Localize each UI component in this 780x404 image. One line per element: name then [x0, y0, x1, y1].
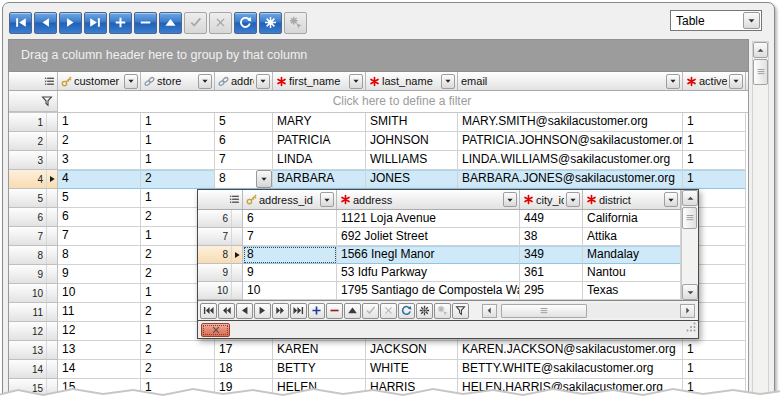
cell-address[interactable]: 8 — [215, 170, 273, 189]
prior-record-button[interactable] — [236, 303, 253, 319]
first_name-column-header[interactable]: first_name — [273, 72, 366, 90]
cell-customer[interactable]: 4 — [58, 170, 141, 189]
cell-first_name[interactable]: BETTY — [273, 360, 366, 379]
cell-email[interactable]: PATRICIA.JOHNSON@sakilacustomer.org — [458, 132, 683, 151]
first-record-button[interactable] — [9, 12, 32, 34]
scrollbar-thumb[interactable] — [753, 59, 768, 85]
cell-active[interactable]: 1 — [683, 132, 746, 151]
address_id-filter-dropdown[interactable] — [320, 192, 334, 207]
row-indicator[interactable]: 3 — [9, 151, 58, 170]
store-column-header[interactable]: store — [141, 72, 215, 90]
row-indicator[interactable]: 4 — [9, 170, 58, 189]
row-indicator[interactable]: 6 — [198, 210, 243, 228]
row-indicator[interactable]: 2 — [9, 132, 58, 151]
cell-city_id[interactable]: 295 — [520, 282, 583, 300]
cell-active[interactable]: 1 — [683, 360, 746, 379]
close-dropdown-button[interactable] — [201, 323, 230, 337]
cell-address[interactable]: 1566 Inegl Manor — [337, 246, 520, 264]
cell-last_name[interactable]: JOHNSON — [366, 132, 458, 151]
cell-first_name[interactable]: LINDA — [273, 151, 366, 170]
vertical-scrollbar[interactable] — [752, 41, 769, 404]
cell-customer[interactable]: 12 — [58, 322, 141, 341]
city_id-column-header[interactable]: city_id — [520, 190, 583, 209]
address-filter-dropdown[interactable] — [256, 74, 270, 89]
cell-city_id[interactable]: 38 — [520, 228, 583, 246]
cell-active[interactable]: 1 — [683, 170, 746, 189]
filter-row[interactable]: Click here to define a filter — [9, 91, 748, 113]
row-indicator[interactable]: 5 — [9, 189, 58, 208]
row-indicator[interactable]: 8 — [9, 246, 58, 265]
cell-email[interactable]: KAREN.JACKSON@sakilacustomer.org — [458, 341, 683, 360]
cell-district[interactable]: Attika — [583, 228, 681, 246]
row-indicator[interactable]: 7 — [198, 228, 243, 246]
save-bookmark-button[interactable] — [416, 303, 433, 319]
group-by-panel[interactable]: Drag a column header here to group by th… — [8, 39, 749, 72]
insert-record-button[interactable] — [109, 12, 132, 34]
cell-address_id[interactable]: 9 — [243, 264, 337, 282]
cell-customer[interactable]: 3 — [58, 151, 141, 170]
last_name-column-header[interactable]: last_name — [366, 72, 458, 90]
dropdown-row[interactable]: 661121 Loja Avenue449California — [198, 210, 698, 228]
refresh-records-button[interactable] — [398, 303, 415, 319]
cell-first_name[interactable]: MARY — [273, 113, 366, 132]
edit-record-button[interactable] — [344, 303, 361, 319]
cell-city_id[interactable]: 361 — [520, 264, 583, 282]
last-record-button[interactable] — [84, 12, 107, 34]
resize-grip[interactable] — [685, 319, 697, 337]
cell-customer[interactable]: 10 — [58, 284, 141, 303]
table-row[interactable]: 1115MARYSMITHMARY.SMITH@sakilacustomer.o… — [9, 113, 748, 132]
row-indicator[interactable]: 10 — [198, 282, 243, 300]
row-indicator[interactable]: 10 — [9, 284, 58, 303]
customer-column-header[interactable]: customer — [58, 72, 141, 90]
cell-district[interactable]: Nantou — [583, 264, 681, 282]
cell-active[interactable]: 1 — [683, 113, 746, 132]
cell-address[interactable]: 53 Idfu Parkway — [337, 264, 520, 282]
cell-active[interactable]: 1 — [683, 341, 746, 360]
filter-records-button[interactable] — [452, 303, 469, 319]
cell-first_name[interactable]: PATRICIA — [273, 132, 366, 151]
scrollbar-thumb[interactable] — [682, 207, 697, 229]
cell-customer[interactable]: 7 — [58, 227, 141, 246]
cell-customer[interactable]: 5 — [58, 189, 141, 208]
cell-customer[interactable]: 14 — [58, 360, 141, 379]
cell-customer[interactable]: 8 — [58, 246, 141, 265]
cell-customer[interactable]: 13 — [58, 341, 141, 360]
view-mode-select[interactable]: Table — [670, 10, 762, 31]
insert-record-button[interactable] — [308, 303, 325, 319]
scrollbar-thumb[interactable] — [501, 304, 587, 318]
row-indicator[interactable]: 14 — [9, 360, 58, 379]
store-filter-dropdown[interactable] — [198, 74, 212, 89]
dropdown-row[interactable]: 10101795 Santiago de Compostela Way295Te… — [198, 282, 698, 300]
scrollbar-left-button[interactable] — [482, 304, 497, 318]
scrollbar-up-button[interactable] — [753, 42, 768, 58]
row-indicator[interactable]: 12 — [9, 322, 58, 341]
row-indicator[interactable]: 13 — [9, 341, 58, 360]
cell-first_name[interactable]: KAREN — [273, 341, 366, 360]
cell-customer[interactable]: 2 — [58, 132, 141, 151]
address-column-header[interactable]: address — [337, 190, 520, 209]
email-column-header[interactable]: email — [458, 72, 683, 90]
scrollbar-down-button[interactable] — [682, 284, 698, 300]
cell-address[interactable]: 18 — [215, 360, 273, 379]
cell-last_name[interactable]: JONES — [366, 170, 458, 189]
table-row[interactable]: 1313217KARENJACKSONKAREN.JACKSON@sakilac… — [9, 341, 748, 360]
cell-last_name[interactable]: WILLIAMS — [366, 151, 458, 170]
cell-address_id[interactable]: 6 — [243, 210, 337, 228]
dropdown-vertical-scrollbar[interactable] — [681, 190, 698, 300]
cell-store[interactable]: 1 — [141, 113, 215, 132]
active-column-header[interactable]: active — [683, 72, 746, 90]
cell-address[interactable]: 1795 Santiago de Compostela Way — [337, 282, 520, 300]
dropdown-row[interactable]: 881566 Inegl Manor349Mandalay — [198, 246, 698, 264]
city_id-filter-dropdown[interactable] — [566, 192, 580, 207]
cell-address[interactable]: 1121 Loja Avenue — [337, 210, 520, 228]
cell-store[interactable]: 2 — [141, 341, 215, 360]
next-page-button[interactable] — [272, 303, 289, 319]
chevron-down-icon[interactable] — [743, 12, 760, 29]
table-row[interactable]: 3317LINDAWILLIAMSLINDA.WILLIAMS@sakilacu… — [9, 151, 748, 170]
cell-address[interactable]: 5 — [215, 113, 273, 132]
table-row[interactable]: 2216PATRICIAJOHNSONPATRICIA.JOHNSON@saki… — [9, 132, 748, 151]
address-column-header[interactable]: address — [215, 72, 273, 90]
cell-address[interactable]: 692 Joliet Street — [337, 228, 520, 246]
row-indicator[interactable]: 11 — [9, 303, 58, 322]
next-record-button[interactable] — [254, 303, 271, 319]
